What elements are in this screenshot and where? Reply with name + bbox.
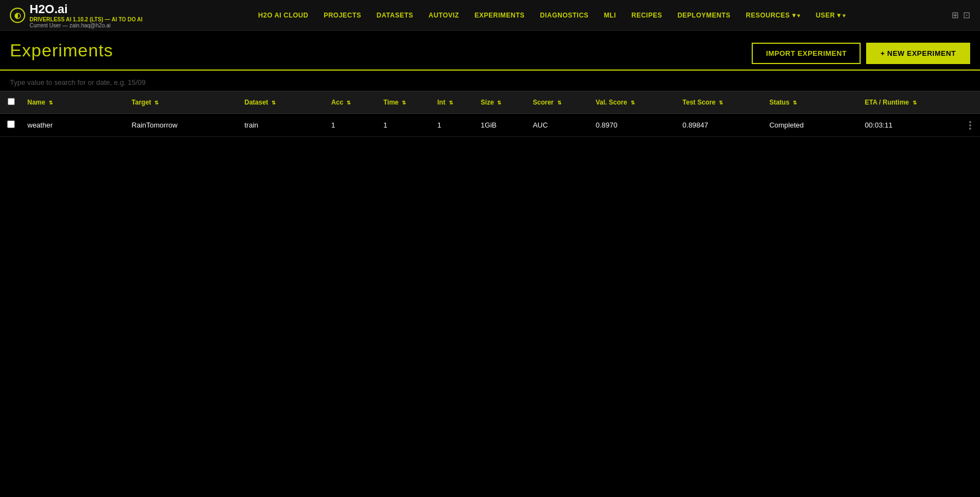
nav-link-datasets[interactable]: DATASETS bbox=[377, 11, 413, 19]
sort-arrows-acc: ⇅ bbox=[347, 100, 351, 106]
nav-link-h2o-ai-cloud[interactable]: H2O AI CLOUD bbox=[258, 11, 309, 19]
version-line2: Current User — zain.haq@h2o.ai bbox=[30, 22, 142, 28]
header-area: Experiments IMPORT EXPERIMENT + NEW EXPE… bbox=[0, 31, 980, 64]
page-title-area: Experiments bbox=[10, 38, 113, 61]
new-experiment-button[interactable]: + NEW EXPERIMENT bbox=[866, 43, 970, 64]
col-header-int[interactable]: Int ⇅ bbox=[432, 91, 475, 114]
select-all-checkbox[interactable] bbox=[8, 98, 15, 105]
cell-name-0: weather bbox=[22, 114, 126, 137]
nav-link-experiments[interactable]: EXPERIMENTS bbox=[475, 11, 525, 19]
dot-1 bbox=[969, 121, 971, 123]
col-header-val-score[interactable]: Val. Score ⇅ bbox=[590, 91, 677, 114]
nav-link-recipes[interactable]: RECIPES bbox=[631, 11, 662, 19]
header-buttons: IMPORT EXPERIMENT + NEW EXPERIMENT bbox=[752, 43, 970, 64]
nav-link-deployments[interactable]: DEPLOYMENTS bbox=[677, 11, 730, 19]
navigation: ◐ H2O.ai DRIVERLESS AI 1.10.2 (LTS) — AI… bbox=[0, 0, 980, 31]
grid-icon-2[interactable]: ⊡ bbox=[963, 10, 970, 20]
dot-2 bbox=[969, 124, 971, 126]
table-row: weather RainTomorrow train 1 1 1 1GiB AU… bbox=[0, 114, 980, 137]
cell-target-0: RainTomorrow bbox=[126, 114, 239, 137]
row-checkbox-cell[interactable] bbox=[0, 114, 22, 137]
page-title: Experiments bbox=[10, 41, 113, 61]
row-actions-menu-0[interactable] bbox=[969, 121, 975, 130]
cell-scorer-0: AUC bbox=[527, 114, 590, 137]
cell-dataset-0: train bbox=[239, 114, 326, 137]
nav-link-projects[interactable]: PROJECTS bbox=[324, 11, 361, 19]
cell-row-actions-0[interactable] bbox=[964, 114, 980, 137]
col-header-test-score[interactable]: Test Score ⇅ bbox=[677, 91, 764, 114]
nav-right: ⊞ ⊡ bbox=[952, 10, 970, 20]
version-line1: DRIVERLESS AI 1.10.2 (LTS) — AI TO DO AI bbox=[30, 16, 142, 22]
logo-text: H2O.ai bbox=[30, 2, 142, 16]
col-header-eta-runtime[interactable]: ETA / Runtime ⇅ bbox=[860, 91, 964, 114]
nav-links: H2O AI CLOUDPROJECTSDATASETSAUTOVIZEXPER… bbox=[152, 11, 952, 19]
col-header-target[interactable]: Target ⇅ bbox=[126, 91, 239, 114]
cell-val-score-0: 0.8970 bbox=[590, 114, 677, 137]
nav-link-diagnostics[interactable]: DIAGNOSTICS bbox=[540, 11, 589, 19]
grid-icon[interactable]: ⊞ bbox=[952, 10, 959, 20]
sort-arrows-dataset: ⇅ bbox=[272, 100, 276, 106]
sort-arrows-time: ⇅ bbox=[402, 100, 406, 106]
col-header-size[interactable]: Size ⇅ bbox=[475, 91, 527, 114]
col-header-actions bbox=[964, 91, 980, 114]
experiments-table-container: Name ⇅ Target ⇅ Dataset ⇅ Acc ⇅ Time ⇅ I… bbox=[0, 91, 980, 137]
import-experiment-button[interactable]: IMPORT EXPERIMENT bbox=[752, 43, 861, 64]
col-header-acc[interactable]: Acc ⇅ bbox=[326, 91, 378, 114]
sort-arrows-status: ⇅ bbox=[793, 100, 797, 106]
sort-arrows-scorer: ⇅ bbox=[557, 100, 562, 106]
logo-icon: ◐ bbox=[10, 8, 25, 23]
dot-3 bbox=[969, 128, 971, 130]
experiments-table: Name ⇅ Target ⇅ Dataset ⇅ Acc ⇅ Time ⇅ I… bbox=[0, 91, 980, 137]
col-header-scorer[interactable]: Scorer ⇅ bbox=[527, 91, 590, 114]
sort-arrows-test-score: ⇅ bbox=[719, 100, 723, 106]
col-header-dataset[interactable]: Dataset ⇅ bbox=[239, 91, 326, 114]
search-input[interactable] bbox=[10, 78, 229, 86]
cell-size-0: 1GiB bbox=[475, 114, 527, 137]
col-header-status[interactable]: Status ⇅ bbox=[764, 91, 859, 114]
cell-int-0: 1 bbox=[432, 114, 475, 137]
row-checkbox-0[interactable] bbox=[7, 120, 15, 128]
logo-area: ◐ H2O.ai DRIVERLESS AI 1.10.2 (LTS) — AI… bbox=[10, 2, 152, 28]
nav-link-autoviz[interactable]: AUTOVIZ bbox=[429, 11, 459, 19]
nav-link-mli[interactable]: MLI bbox=[604, 11, 616, 19]
cell-time-0: 1 bbox=[378, 114, 432, 137]
nav-link-user[interactable]: USER ▾ bbox=[816, 11, 845, 19]
sort-arrows-val-score: ⇅ bbox=[631, 100, 635, 106]
nav-link-resources[interactable]: RESOURCES ▾ bbox=[746, 11, 800, 19]
select-all-header[interactable] bbox=[0, 91, 22, 114]
sort-arrows-int: ⇅ bbox=[449, 100, 453, 106]
col-header-time[interactable]: Time ⇅ bbox=[378, 91, 432, 114]
table-header: Name ⇅ Target ⇅ Dataset ⇅ Acc ⇅ Time ⇅ I… bbox=[0, 91, 980, 114]
search-area bbox=[0, 71, 980, 91]
cell-status-0: Completed bbox=[764, 114, 859, 137]
table-body: weather RainTomorrow train 1 1 1 1GiB AU… bbox=[0, 114, 980, 137]
cell-acc-0: 1 bbox=[326, 114, 378, 137]
cell-eta-runtime-0: 00:03:11 bbox=[860, 114, 964, 137]
sort-arrows-size: ⇅ bbox=[497, 100, 501, 106]
sort-arrows-target: ⇅ bbox=[154, 100, 159, 106]
cell-test-score-0: 0.89847 bbox=[677, 114, 764, 137]
col-header-name[interactable]: Name ⇅ bbox=[22, 91, 126, 114]
sort-arrows-eta: ⇅ bbox=[913, 100, 917, 106]
sort-arrows-name: ⇅ bbox=[49, 100, 53, 106]
